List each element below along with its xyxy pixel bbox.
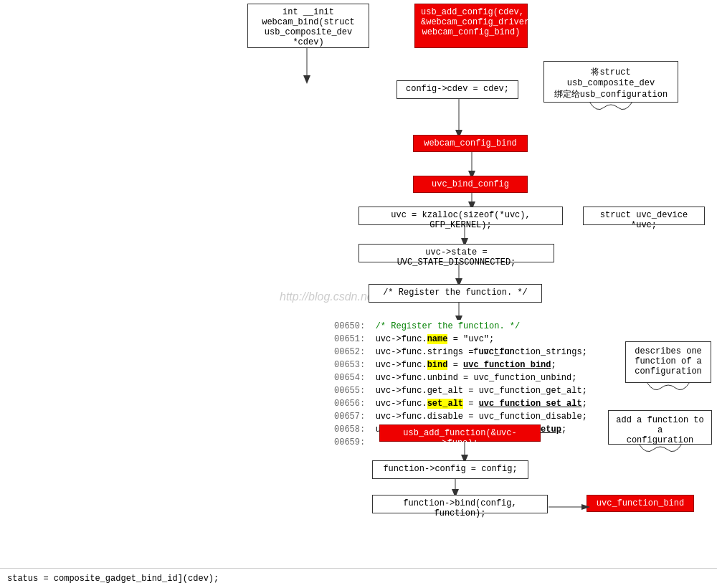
- register-comment-text: /* Register the function. */: [383, 288, 528, 298]
- speech-add-function: add a function to aconfiguration: [608, 410, 712, 445]
- init-box-text: int __initwebcam_bind(structusb_composit…: [262, 7, 355, 47]
- function-bind-text: function->bind(config, function);: [403, 498, 516, 518]
- webcam-add-config-box: usb_add_config(cdev,&webcam_config_drive…: [414, 4, 528, 48]
- arrow-down-6: [452, 262, 466, 287]
- svg-marker-1: [303, 75, 310, 84]
- watermark: http://blog.csdn.net/: [280, 290, 380, 303]
- speech-struct-usb-text: 将struct usb_composite_dev绑定给usb_configur…: [554, 67, 668, 100]
- arrow-down-1: [300, 48, 314, 84]
- config-cdev-text: config->cdev = cdev;: [406, 84, 509, 94]
- arrow-right-1: [549, 502, 590, 512]
- uvc-kzalloc-box: uvc = kzalloc(sizeof(*uvc), GFP_KERNEL);: [358, 207, 563, 225]
- function-label: function: [473, 347, 515, 357]
- usb-add-function-box: usb_add_function(&uvc->func);: [379, 425, 541, 442]
- code-line-653: 00653: uvc->func.bind = uvc_function_bin…: [334, 359, 587, 371]
- uvc-bind-config-box: uvc_bind_config: [413, 176, 528, 193]
- code-line-655: 00655: uvc->func.get_alt = uvc_function_…: [334, 384, 587, 397]
- speech-wave-3: [639, 444, 682, 455]
- code-line-657: 00657: uvc->func.disable = uvc_function_…: [334, 410, 587, 423]
- webcam-add-config-text: usb_add_config(cdev,&webcam_config_drive…: [421, 7, 534, 37]
- speech-describes-function: describes onefunction of aconfiguration: [625, 341, 711, 383]
- arrow-down-2: [452, 99, 466, 138]
- webcam-config-bind-text: webcam_config_bind: [424, 138, 517, 148]
- function-config-text: function->config = config;: [383, 464, 517, 474]
- code-line-651: 00651: uvc->func.name = "uvc";: [334, 333, 587, 346]
- bottom-status-bar: status = composite_gadget_bind_id](cdev)…: [0, 568, 717, 588]
- struct-uvc-device-text: struct uvc_device *uvc;: [600, 210, 688, 230]
- struct-uvc-device-box: struct uvc_device *uvc;: [583, 207, 705, 225]
- uvc-function-bind-box: uvc_function_bind: [587, 495, 694, 512]
- speech-describes-text: describes onefunction of aconfiguration: [635, 346, 702, 376]
- speech-struct-usb: 将struct usb_composite_dev绑定给usb_configur…: [543, 61, 678, 103]
- function-config-box: function->config = config;: [372, 460, 528, 479]
- config-cdev-box: config->cdev = cdev;: [397, 80, 518, 99]
- register-comment-box: /* Register the function. */: [369, 284, 542, 303]
- speech-wave-2: [647, 382, 690, 394]
- code-line-654: 00654: uvc->func.unbind = uvc_function_u…: [334, 371, 587, 384]
- svg-marker-20: [581, 504, 590, 510]
- code-line-652: 00652: uvc->func.strings = uvc_function_…: [334, 346, 587, 359]
- uvc-bind-config-text: uvc_bind_config: [432, 179, 509, 189]
- code-line-650: 00650: /* Register the function. */: [334, 320, 587, 333]
- bottom-status-text: status = composite_gadget_bind_id](cdev)…: [7, 574, 219, 584]
- code-line-656: 00656: uvc->func.set_alt = uvc_function_…: [334, 397, 587, 410]
- uvc-state-box: uvc->state = UVC_STATE_DISCONNECTED;: [358, 244, 554, 262]
- init-box: int __initwebcam_bind(structusb_composit…: [247, 4, 369, 48]
- uvc-function-bind-text: uvc_function_bind: [597, 498, 684, 508]
- function-bind-box: function->bind(config, function);: [372, 495, 548, 513]
- webcam-config-bind-box: webcam_config_bind: [413, 135, 528, 152]
- speech-wave-1: [589, 102, 632, 113]
- speech-add-function-text: add a function to aconfiguration: [616, 415, 703, 445]
